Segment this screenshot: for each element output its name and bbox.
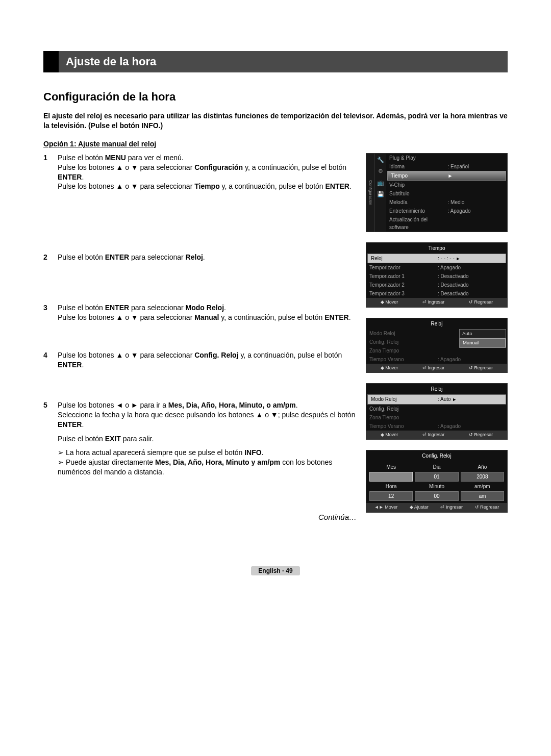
step-body: Pulse el botón MENU para ver el menú. Pu… [58,153,357,192]
osd-menu-item[interactable]: Modo Reloj: Auto ► [367,394,506,405]
step-body: Pulse los botones ◄ o ► para ir a Mes, D… [58,400,357,477]
grid-header: Minuto [415,483,458,490]
osd-menu-item[interactable]: Idioma: Español [386,162,507,171]
step-3: 3 Pulse el botón ENTER para seleccionar … [43,303,357,322]
osd-sidebar-label: Configuración [366,154,375,232]
footer-move: ◄► Mover [374,504,397,511]
option1-heading: Opción 1: Ajuste manual del reloj [43,140,508,148]
footer-return: ↺ Regresar [469,432,493,439]
grid-header: Dia [415,463,458,471]
osd-tiempo: Tiempo Reloj: - - : - - ►Temporizador: A… [366,242,508,308]
grid-value-dia[interactable]: 01 [415,472,458,482]
osd-title: Config. Reloj [366,450,507,461]
footer-enter: ⏎ Ingresar [422,432,445,439]
osd-footer: ◆ Mover ⏎ Ingresar ↺ Regresar [366,364,507,373]
page-footer: English - 49 [43,567,508,574]
osd-footer: ◆ Mover ⏎ Ingresar ↺ Regresar [366,431,507,440]
gear-icon: ⚙ [378,167,383,175]
footer-return: ↺ Regresar [469,365,493,372]
osd-config-reloj: Config. Reloj Mes Dia Año 01 2008 Hora M… [366,450,508,513]
osd-menu-item[interactable]: Subtítulo [386,189,507,198]
footer-enter: ⏎ Ingresar [422,299,445,306]
grid-header: Hora [369,483,413,490]
osd-title: Reloj [366,384,507,394]
osd-title: Tiempo [366,243,507,254]
spanner-icon: 🔧 [377,156,384,164]
grid-value-mes[interactable] [369,472,413,482]
section-title-bar: Ajuste de la hora [43,51,508,72]
step-number: 3 [43,303,51,322]
osd-menu-item[interactable]: Entretenimiento: Apagado [386,207,507,215]
continue-label: Continúa… [43,513,357,521]
osd-menu-item: Tiempo Verano: Apagado [366,355,507,364]
manual-page: Ajuste de la hora Configuración de la ho… [0,0,551,600]
osd-title: Reloj [366,318,507,329]
footer-move: ◆ Mover [381,432,398,439]
grid-value-ampm[interactable]: am [461,491,504,501]
intro-text: El ajuste del reloj es necesario para ut… [43,111,508,131]
step-number: 4 [43,350,51,370]
osd-footer: ◄► Mover ◆ Ajustar ⏎ Ingresar ↺ Regresar [366,503,507,512]
osd-menu-item[interactable]: Plug & Play [386,154,507,162]
tv-icon: 📺 [377,179,384,187]
step-4: 4 Pulse los botones ▲ o ▼ para seleccion… [43,350,357,370]
osd-reloj: Reloj Modo Reloj: Auto ►Config. RelojZon… [366,383,508,440]
osd-menu-item: Tiempo Verano: Apagado [366,422,507,431]
grid-header: Mes [369,463,413,471]
grid-header: am/pm [461,483,504,490]
footer-move: ◆ Mover [381,299,398,306]
card-icon: 💾 [377,190,384,198]
grid-value-hora[interactable]: 12 [369,491,413,501]
step-number: 1 [43,153,51,192]
grid-value-minuto[interactable]: 00 [415,491,458,501]
osd-menu-item: Zona Tiempo [366,413,507,422]
content-columns: 1 Pulse el botón MENU para ver el menú. … [43,153,508,521]
osd-menu-item[interactable]: Temporizador 3: Desactivado [366,289,507,298]
grid-header: Año [461,463,504,471]
osd-popup: AutoManual [459,329,506,348]
osd-menu-item[interactable]: Config. Reloj [366,405,507,413]
osd-menu-item[interactable]: Actualización del software [386,215,507,232]
osd-sidebar-icons: 🔧 ⚙ 📺 💾 [375,154,386,232]
step-2: 2 Pulse el botón ENTER para seleccionar … [43,253,357,262]
step-body: Pulse el botón ENTER para seleccionar Re… [58,253,357,262]
osd-menu-item[interactable]: Melodía: Medio [386,198,507,207]
osd-menu-item[interactable]: Tiempo► [387,171,506,181]
osd-menu-item[interactable]: Temporizador 2: Desactivado [366,281,507,289]
osd-menu-item[interactable]: Temporizador: Apagado [366,263,507,272]
step-number: 2 [43,253,51,262]
osd-popup-option[interactable]: Manual [460,338,506,347]
instructions-column: 1 Pulse el botón MENU para ver el menú. … [43,153,357,521]
step-body: Pulse los botones ▲ o ▼ para seleccionar… [58,350,357,370]
osd-menu-item[interactable]: Reloj: - - : - - ► [367,254,506,264]
footer-move: ◆ Mover [381,365,398,372]
page-heading: Configuración de la hora [43,90,508,104]
step-number: 5 [43,400,51,477]
footer-enter: ⏎ Ingresar [440,504,463,511]
footer-enter: ⏎ Ingresar [422,365,445,372]
osd-popup-option[interactable]: Auto [460,330,506,338]
footer-return: ↺ Regresar [469,299,493,306]
osd-menu-item[interactable]: V-Chip [386,181,507,189]
grid-value-ano[interactable]: 2008 [461,472,504,482]
footer-return: ↺ Regresar [475,504,499,511]
osd-footer: ◆ Mover ⏎ Ingresar ↺ Regresar [366,298,507,307]
step-5: 5 Pulse los botones ◄ o ► para ir a Mes,… [43,400,357,477]
osd-configuracion: Configuración 🔧 ⚙ 📺 💾 Plug & PlayIdioma:… [366,153,508,232]
osd-column: Configuración 🔧 ⚙ 📺 💾 Plug & PlayIdioma:… [366,153,508,521]
footer-adjust: ◆ Ajustar [410,504,429,511]
osd-reloj-popup: Reloj Modo RelojConfig. RelojZona Tiempo… [366,318,508,373]
step-body: Pulse el botón ENTER para seleccionar Mo… [58,303,357,322]
step-1: 1 Pulse el botón MENU para ver el menú. … [43,153,357,192]
osd-menu-item[interactable]: Temporizador 1: Desactivado [366,272,507,281]
